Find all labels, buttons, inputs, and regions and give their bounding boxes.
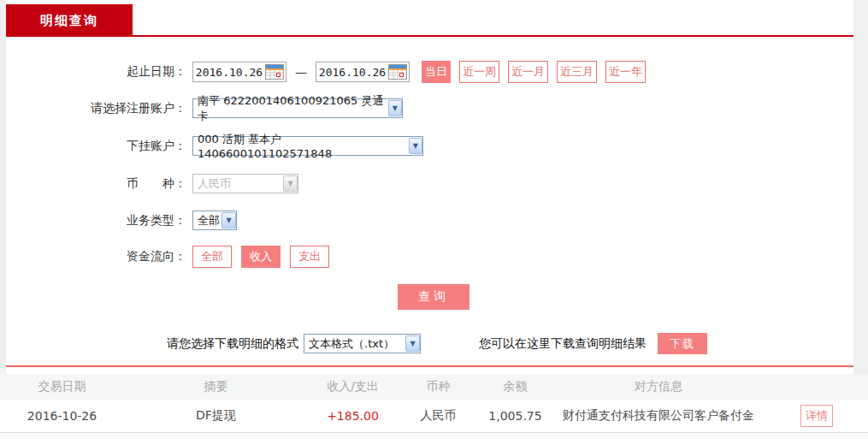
header-amount: 收入/支出 [308, 379, 398, 395]
table-row: 2016-10-26 DF提现 +185.00 人民币 1,005.75 财付通… [0, 400, 868, 433]
detail-button[interactable]: 详情 [800, 405, 833, 427]
fund-flow-label: 资金流向： [6, 249, 186, 264]
download-hint: 您可以在这里下载查询明细结果 [479, 336, 647, 352]
results-table: 交易日期 摘要 收入/支出 币种 余额 对方信息 2016-10-26 DF提现… [0, 374, 868, 439]
business-type-row: 业务类型： 全部 ▼ [6, 211, 237, 230]
currency-value: 人民币 [198, 176, 231, 192]
sub-account-label: 下挂账户： [6, 139, 186, 154]
end-date-input[interactable]: 2016.10.26 [316, 62, 410, 82]
tab-detail-query[interactable]: 明细查询 [6, 4, 133, 37]
register-account-value: 南平 6222001406100921065 灵通卡 [198, 93, 388, 124]
download-format-select[interactable]: 文本格式（.txt） ▼ [304, 334, 421, 353]
fund-flow-income-button[interactable]: 收入 [241, 246, 280, 268]
fund-flow-row: 资金流向： 全部 收入 支出 [6, 246, 329, 268]
date-range-label: 起止日期： [6, 64, 186, 80]
query-button[interactable]: 查询 [398, 284, 469, 310]
start-date-input[interactable]: 2016.10.26 [192, 62, 286, 82]
register-account-row: 请选择注册账户： 南平 6222001406100921065 灵通卡 ▼ [6, 98, 403, 118]
sub-account-row: 下挂账户： 000 活期 基本户 1406600101102571848 ▼ [6, 136, 423, 156]
range-week-button[interactable]: 近一周 [459, 61, 499, 83]
cell-balance: 1,005.75 [479, 409, 552, 423]
business-type-value: 全部 [198, 213, 220, 228]
chevron-down-icon: ▼ [283, 175, 298, 192]
header-balance: 余额 [479, 379, 552, 395]
calendar-icon[interactable] [388, 64, 407, 80]
end-date-value[interactable]: 2016.10.26 [316, 66, 388, 79]
download-format-value: 文本格式（.txt） [309, 336, 394, 352]
range-month-button[interactable]: 近一月 [508, 61, 548, 83]
business-type-select[interactable]: 全部 ▼ [192, 211, 237, 230]
download-row: 请您选择下载明细的格式 文本格式（.txt） ▼ 您可以在这里下载查询明细结果 … [167, 333, 707, 354]
chevron-down-icon: ▼ [388, 100, 402, 116]
header-date: 交易日期 [0, 379, 124, 395]
currency-row: 币 种： 人民币 ▼ [6, 174, 298, 193]
range-year-button[interactable]: 近一年 [605, 61, 646, 83]
sub-account-value: 000 活期 基本户 1406600101102571848 [198, 132, 409, 160]
table-footer [0, 433, 868, 439]
header-summary: 摘要 [124, 379, 308, 395]
header-currency: 币种 [398, 379, 479, 395]
cell-date: 2016-10-26 [0, 409, 124, 423]
register-account-label: 请选择注册账户： [6, 101, 186, 116]
fund-flow-all-button[interactable]: 全部 [192, 246, 232, 268]
calendar-icon[interactable] [265, 64, 284, 80]
download-format-label: 请您选择下载明细的格式 [167, 336, 298, 352]
tab-bar: 明细查询 [6, 0, 853, 37]
date-separator: — [295, 65, 307, 79]
chevron-down-icon: ▼ [409, 138, 422, 154]
chevron-down-icon: ▼ [405, 335, 420, 352]
date-range-row: 起止日期： 2016.10.26 — [6, 60, 646, 84]
sub-account-select[interactable]: 000 活期 基本户 1406600101102571848 ▼ [192, 136, 423, 156]
download-button[interactable]: 下载 [658, 333, 707, 354]
content-panel: 明细查询 起止日期： 2016.10.26 [6, 0, 853, 374]
business-type-label: 业务类型： [6, 213, 186, 228]
range-quarter-button[interactable]: 近三月 [557, 61, 597, 83]
section-divider [6, 365, 853, 367]
header-counterparty: 对方信息 [552, 379, 765, 395]
chevron-down-icon: ▼ [221, 212, 236, 228]
fund-flow-expense-button[interactable]: 支出 [290, 246, 329, 268]
cell-amount: +185.00 [308, 409, 398, 423]
cell-currency: 人民币 [398, 408, 479, 424]
currency-select: 人民币 ▼ [192, 174, 298, 193]
cell-counterparty: 财付通支付科技有限公司客户备付金 [552, 408, 765, 424]
currency-label: 币 种： [6, 176, 186, 192]
cell-summary: DF提现 [124, 408, 308, 424]
register-account-select[interactable]: 南平 6222001406100921065 灵通卡 ▼ [192, 98, 403, 118]
table-header: 交易日期 摘要 收入/支出 币种 余额 对方信息 [0, 374, 868, 400]
range-today-button[interactable]: 当日 [422, 61, 451, 83]
start-date-value[interactable]: 2016.10.26 [193, 66, 265, 79]
